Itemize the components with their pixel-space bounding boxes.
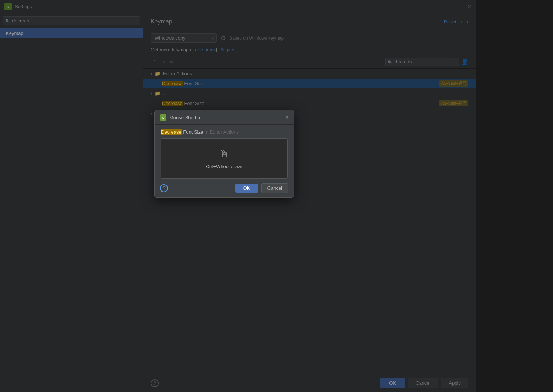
modal-footer: ? OK Cancel — [155, 179, 294, 197]
nav-back-button[interactable]: ‹ — [461, 19, 463, 25]
chevron-right-icon: ▾ — [151, 91, 152, 95]
help-button[interactable]: ? — [151, 379, 159, 387]
section-label-editor-actions: Editor Actions — [163, 71, 192, 76]
collapse-all-button[interactable]: × — [160, 58, 167, 66]
table-row[interactable]: Decrease Font Size Alt+Shift+逗号 — [143, 79, 476, 88]
modal-action-suffix: Font Size — [182, 129, 204, 135]
get-more-row: Get more keymaps in Settings | Plugins — [143, 47, 476, 55]
chevron-down-icon-other: ▾ — [151, 111, 152, 115]
sidebar-search-input[interactable] — [3, 16, 140, 25]
modal-title: Mouse Shortcut — [169, 115, 285, 120]
title-bar: IJ Settings × — [0, 0, 476, 13]
section-header-editor-actions[interactable]: ▾ 📁 Editor Actions — [143, 69, 476, 79]
action-name-decrease-font-size: Decrease Font Size — [162, 81, 436, 86]
window-close-button[interactable]: × — [468, 3, 471, 10]
highlight-decrease: Decrease — [162, 81, 183, 86]
modal-action-name: Decrease Font Size in Editor Actions — [161, 129, 288, 135]
main-content: 🔍 × Keymap Keymap Reset ‹ › — [0, 13, 476, 392]
modal-app-icon: IJ — [160, 114, 166, 121]
modal-title-bar: IJ Mouse Shortcut × — [155, 110, 294, 125]
modal-highlight: Decrease — [161, 129, 182, 135]
reset-button[interactable]: Reset — [444, 19, 456, 25]
plugins-link[interactable]: Plugins — [219, 47, 234, 52]
mouse-shortcut-dialog[interactable]: IJ Mouse Shortcut × Decrease Font Size i… — [154, 110, 294, 198]
based-on-label: Based on Windows keymap — [229, 36, 284, 41]
gear-icon[interactable]: ⚙ — [220, 35, 226, 41]
action-name-decrease-font-size-2: Decrease Font Size — [162, 101, 436, 106]
cancel-button[interactable]: Cancel — [408, 378, 438, 388]
panel-header-right: Reset ‹ › — [444, 19, 468, 25]
keymap-preset-dropdown[interactable]: Windows copy — [151, 33, 217, 43]
sidebar: 🔍 × Keymap — [0, 13, 143, 392]
user-shortcuts-icon[interactable]: 👤 — [461, 58, 468, 65]
bottom-buttons: OK Cancel Apply — [380, 378, 468, 388]
keymap-selector-row: Windows copy ▾ ⚙ Based on Windows keymap — [143, 29, 476, 47]
sidebar-search-icon: 🔍 — [5, 18, 10, 23]
sidebar-search-box: 🔍 × — [3, 16, 140, 25]
expand-all-button[interactable]: ⌃ — [151, 58, 159, 66]
toolbar-right: 🔍 × 👤 — [385, 58, 468, 66]
keymap-search-clear-icon[interactable]: × — [455, 60, 457, 64]
sidebar-search-clear-icon[interactable]: × — [135, 18, 138, 23]
mouse-icon: 🖱 — [219, 148, 229, 160]
modal-cancel-button[interactable]: Cancel — [261, 183, 288, 193]
edit-button[interactable]: ✏ — [168, 58, 176, 66]
right-panel: Keymap Reset ‹ › Windows copy ▾ ⚙ Based … — [143, 13, 476, 392]
keymap-search-input[interactable] — [385, 58, 459, 66]
ok-button[interactable]: OK — [380, 378, 405, 388]
nav-forward-button[interactable]: › — [467, 19, 468, 25]
modal-ok-button[interactable]: OK — [235, 184, 258, 193]
settings-link[interactable]: Settings — [197, 47, 215, 52]
section-label-2: ... — [163, 91, 167, 96]
section-header-2[interactable]: ▾ 📁 ... — [143, 88, 476, 98]
highlight-decrease-2: Decrease — [162, 101, 183, 106]
shortcut-badge-1: Alt+Shift+逗号 — [439, 80, 468, 87]
panel-title: Keymap — [151, 18, 172, 25]
modal-action-context: in Editor Actions — [203, 129, 239, 135]
folder-icon: 📁 — [155, 91, 161, 96]
bottom-bar: ? OK Cancel Apply — [143, 374, 476, 392]
app-icon: IJ — [4, 3, 12, 10]
chevron-down-icon: ▾ — [151, 72, 152, 76]
get-more-prefix: Get more keymaps in — [151, 47, 197, 52]
keymap-toolbar: ⌃ × ✏ 🔍 × 👤 — [143, 55, 476, 69]
apply-button[interactable]: Apply — [441, 378, 468, 388]
shortcut-display: Ctrl+Wheel down — [206, 164, 242, 169]
modal-help-button[interactable]: ? — [160, 184, 168, 192]
table-row[interactable]: Decrease Font Size Alt+Shift+逗号 — [143, 98, 476, 108]
sidebar-item-keymap[interactable]: Keymap — [0, 28, 143, 38]
window-title: Settings — [15, 4, 32, 9]
modal-body: Decrease Font Size in Editor Actions 🖱 C… — [155, 125, 294, 179]
separator: | — [215, 47, 219, 52]
modal-shortcut-area: 🖱 Ctrl+Wheel down — [161, 138, 288, 179]
folder-icon: 📁 — [155, 71, 161, 76]
keymap-search-wrapper: 🔍 × — [385, 58, 459, 66]
keymap-dropdown-wrapper: Windows copy ▾ — [151, 33, 217, 43]
modal-close-button[interactable]: × — [285, 114, 288, 121]
shortcut-badge-2: Alt+Shift+逗号 — [439, 100, 468, 106]
keymap-search-icon: 🔍 — [388, 60, 392, 64]
toolbar-left: ⌃ × ✏ — [151, 58, 176, 66]
panel-header: Keymap Reset ‹ › — [143, 13, 476, 29]
